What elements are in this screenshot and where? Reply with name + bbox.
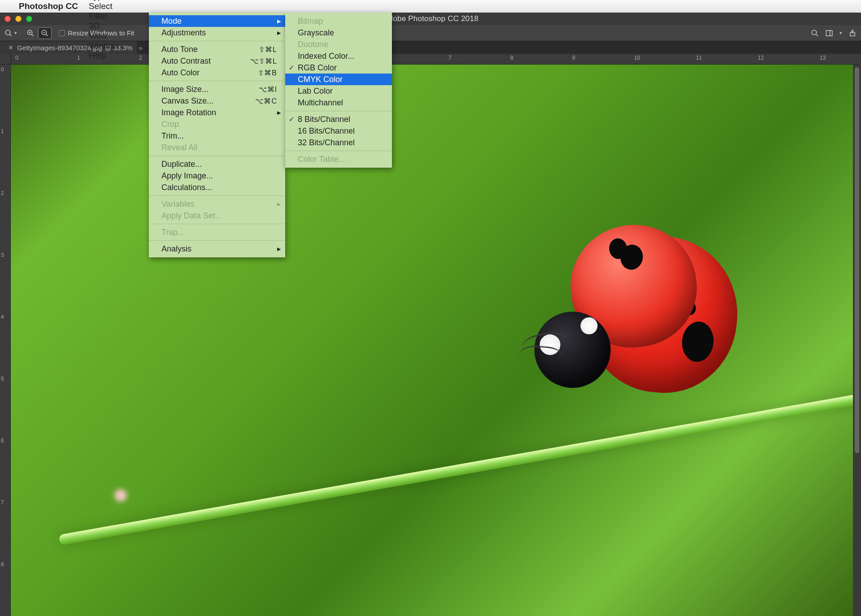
- horizontal-ruler[interactable]: 012345678910111213: [11, 54, 861, 65]
- menu-item-label: Color Table...: [298, 155, 345, 164]
- menu-item-label: Reveal All: [161, 143, 197, 152]
- minimize-window-button[interactable]: [15, 16, 22, 22]
- menu-filter[interactable]: Filter: [83, 11, 125, 21]
- image-menu-crop: Crop: [149, 118, 285, 130]
- image-menu-analysis[interactable]: Analysis: [149, 243, 285, 255]
- menu-view[interactable]: View: [83, 31, 125, 41]
- menu-item-label: Adjustments: [161, 28, 206, 38]
- menu-item-shortcut: ⌥⇧⌘L: [232, 57, 277, 65]
- checkbox-icon: [59, 30, 65, 36]
- ruler-tick: 2: [139, 55, 142, 61]
- ruler-tick: 4: [1, 314, 4, 320]
- menu-item-label: Auto Color: [161, 68, 200, 78]
- tab-overflow-icon[interactable]: »: [137, 44, 142, 52]
- svg-point-0: [5, 30, 10, 35]
- document-tabs: × GettyImages-893470324.jpg @ 33.3% »: [0, 41, 861, 54]
- ruler-tick: 7: [1, 499, 4, 506]
- menu-item-shortcut: ⌥⌘I: [241, 85, 277, 94]
- ruler-tick: 13: [820, 55, 826, 61]
- zoom-out-button[interactable]: [38, 27, 52, 39]
- image-menu-variables: Variables: [149, 198, 285, 210]
- tool-preset-picker[interactable]: ▾: [4, 29, 20, 37]
- ruler-tick: 2: [1, 190, 4, 196]
- close-window-button[interactable]: [4, 16, 11, 22]
- menu-item-label: Apply Data Set...: [161, 211, 222, 221]
- menu-item-label: Image Rotation: [161, 108, 216, 117]
- menu-item-label: Calculations...: [161, 183, 212, 192]
- mode-menu-32-bits-channel[interactable]: 32 Bits/Channel: [285, 137, 392, 148]
- menu-select[interactable]: Select: [83, 1, 125, 11]
- ruler-tick: 5: [1, 376, 4, 382]
- zoom-out-icon: [41, 29, 49, 37]
- chevron-down-icon: ▾: [14, 30, 17, 36]
- ruler-tick: 3: [1, 252, 4, 258]
- svg-line-3: [31, 34, 34, 36]
- mode-menu-indexed-color[interactable]: Indexed Color...: [285, 50, 392, 62]
- ruler-tick: 1: [77, 55, 80, 61]
- image-menu-calculations[interactable]: Calculations...: [149, 182, 285, 193]
- image-menu-auto-color[interactable]: Auto Color⇧⌘B: [149, 67, 285, 78]
- menu-window[interactable]: Window: [83, 41, 125, 51]
- ruler-tick: 6: [1, 438, 4, 444]
- zoom-in-button[interactable]: [24, 27, 37, 39]
- svg-line-10: [816, 34, 818, 36]
- mode-menu-rgb-color[interactable]: RGB Color: [285, 62, 392, 74]
- image-menu-image-size[interactable]: Image Size...⌥⌘I: [149, 83, 285, 95]
- menu-3d[interactable]: 3D: [83, 21, 125, 31]
- menu-item-label: Trap...: [161, 228, 184, 237]
- menu-item-label: Auto Contrast: [161, 56, 211, 66]
- mode-menu-16-bits-channel[interactable]: 16 Bits/Channel: [285, 125, 392, 137]
- frame-layout-icon[interactable]: [825, 29, 833, 37]
- image-menu-mode[interactable]: Mode: [149, 15, 285, 27]
- ruler-tick: 0: [15, 55, 18, 61]
- menu-item-label: Duotone: [298, 40, 328, 49]
- zoom-in-icon: [26, 29, 35, 37]
- ruler-tick: 0: [1, 66, 4, 73]
- menu-item-label: Lab Color: [298, 87, 333, 96]
- menu-item-shortcut: ⇧⌘L: [241, 45, 277, 54]
- vertical-scrollbar[interactable]: [853, 65, 861, 616]
- menu-item-label: Indexed Color...: [298, 52, 354, 61]
- mode-menu-8-bits-channel[interactable]: 8 Bits/Channel: [285, 113, 392, 125]
- menu-item-label: 32 Bits/Channel: [298, 138, 355, 147]
- menu-item-label: Canvas Size...: [161, 96, 213, 106]
- vertical-ruler[interactable]: 012345678: [0, 65, 11, 616]
- menu-item-label: Crop: [161, 120, 179, 129]
- image-menu-auto-contrast[interactable]: Auto Contrast⌥⇧⌘L: [149, 55, 285, 67]
- menu-item-label: 16 Bits/Channel: [298, 126, 355, 136]
- chevron-down-icon[interactable]: ▾: [839, 30, 842, 36]
- menu-item-label: Apply Image...: [161, 171, 213, 181]
- menu-help[interactable]: Help: [83, 51, 125, 61]
- svg-line-7: [46, 34, 48, 36]
- image-menu-duplicate[interactable]: Duplicate...: [149, 158, 285, 170]
- image-menu-reveal-all: Reveal All: [149, 142, 285, 153]
- document-canvas[interactable]: [11, 65, 853, 616]
- share-icon[interactable]: [848, 29, 857, 37]
- ruler-tick: 1: [1, 128, 4, 134]
- scroll-thumb[interactable]: [855, 67, 859, 453]
- mode-menu-cmyk-color[interactable]: CMYK Color: [285, 74, 392, 85]
- app-name[interactable]: Photoshop CC: [13, 1, 83, 11]
- mac-menubar: Photoshop CC FileEditImageLayerTypeSelec…: [0, 0, 861, 13]
- mode-menu-multichannel[interactable]: Multichannel: [285, 97, 392, 108]
- ruler-origin[interactable]: [0, 54, 11, 65]
- image-menu-auto-tone[interactable]: Auto Tone⇧⌘L: [149, 43, 285, 55]
- image-menu-trim[interactable]: Trim...: [149, 130, 285, 142]
- mode-menu-grayscale[interactable]: Grayscale: [285, 27, 392, 39]
- zoom-window-button[interactable]: [26, 16, 32, 22]
- search-icon[interactable]: [811, 29, 819, 37]
- svg-line-1: [9, 34, 12, 36]
- options-bar: ▾ Resize Windows to Fit ▾: [0, 25, 861, 41]
- image-menu-apply-data-set: Apply Data Set...: [149, 210, 285, 221]
- image-menu-apply-image[interactable]: Apply Image...: [149, 170, 285, 182]
- image-menu-trap: Trap...: [149, 226, 285, 238]
- menu-item-shortcut: ⇧⌘B: [240, 69, 277, 77]
- image-menu-image-rotation[interactable]: Image Rotation: [149, 107, 285, 118]
- mode-menu-duotone: Duotone: [285, 39, 392, 50]
- traffic-lights: [4, 16, 32, 22]
- image-menu-canvas-size[interactable]: Canvas Size...⌥⌘C: [149, 95, 285, 107]
- close-tab-icon[interactable]: ×: [4, 44, 13, 51]
- mode-menu-lab-color[interactable]: Lab Color: [285, 85, 392, 97]
- image-menu-adjustments[interactable]: Adjustments: [149, 27, 285, 39]
- ruler-tick: 9: [572, 55, 575, 61]
